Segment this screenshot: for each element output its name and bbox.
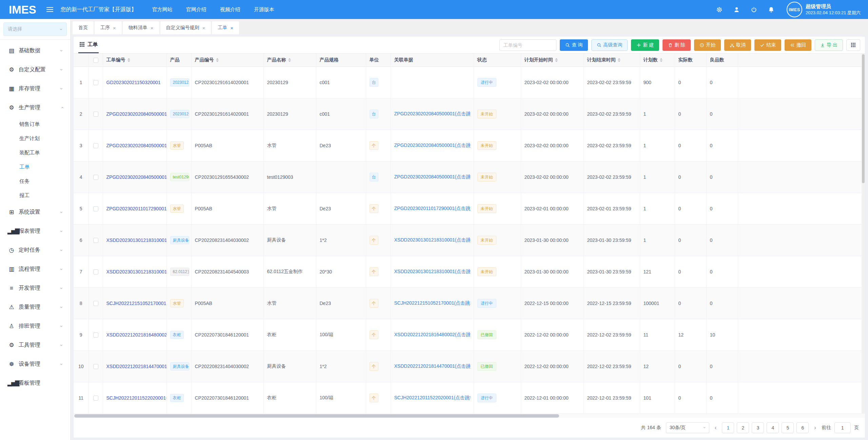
- related-doc-link[interactable]: XSDD202212021814470001(点击跳转): [394, 363, 470, 369]
- row-checkbox[interactable]: [93, 143, 98, 148]
- revoke-button[interactable]: 撤回: [785, 39, 811, 51]
- sidebar-subitem-assembly-order[interactable]: 装配工单: [0, 146, 70, 160]
- sort-carets[interactable]: [288, 58, 291, 62]
- row-checkbox[interactable]: [93, 396, 98, 401]
- page-button-4[interactable]: 4: [767, 422, 779, 433]
- column-settings-button[interactable]: [846, 39, 860, 51]
- goto-page-input[interactable]: [834, 422, 851, 433]
- delete-button[interactable]: 删 除: [663, 39, 691, 51]
- page-button-3[interactable]: 3: [752, 422, 764, 433]
- page-button-2[interactable]: 2: [737, 422, 749, 433]
- sidebar-item-production[interactable]: ⚙生产管理›: [0, 98, 70, 117]
- page-button-6[interactable]: 6: [796, 422, 809, 433]
- close-icon[interactable]: ×: [202, 25, 205, 31]
- vertical-scrollbar-thumb[interactable]: [862, 54, 865, 183]
- col-header-product_code[interactable]: 产品编号: [191, 54, 263, 66]
- related-doc-link[interactable]: SCJH202212011522020001(点击跳转): [394, 395, 470, 401]
- work-order-link[interactable]: XSDD202212021814470001-1: [106, 364, 167, 369]
- sidebar-subitem-work-order[interactable]: 工单: [0, 160, 70, 174]
- close-icon[interactable]: ×: [230, 25, 233, 31]
- page-button-5[interactable]: 5: [782, 422, 794, 433]
- page-size-select[interactable]: 30条/页 ›: [666, 422, 709, 433]
- col-header-plan_end[interactable]: 计划结束时间: [584, 54, 640, 66]
- gear-icon[interactable]: [716, 6, 723, 13]
- related-doc-link[interactable]: XSDD202301301218310001(点击跳转): [394, 237, 470, 243]
- sidebar-item-dev-mgmt[interactable]: ≡开发管理›: [0, 279, 70, 298]
- tab-process[interactable]: 工序×: [95, 21, 122, 34]
- col-header-plan_qty[interactable]: 计划数: [640, 54, 675, 66]
- sidebar-item-quality-mgmt[interactable]: ⚠质量管理›: [0, 298, 70, 317]
- nav-link[interactable]: 开源版本: [254, 6, 274, 13]
- sort-carets[interactable]: [618, 58, 620, 62]
- work-order-link[interactable]: XSDD202212021816480002-1: [106, 332, 167, 338]
- work-order-link[interactable]: SCJH202212151052170001-1: [106, 301, 167, 306]
- hamburger-icon[interactable]: [46, 9, 53, 10]
- sidebar-item-device-mgmt[interactable]: ☸设备管理›: [0, 355, 70, 374]
- sidebar-select[interactable]: 请选择 ›: [3, 22, 67, 36]
- next-page-button[interactable]: ›: [813, 425, 817, 431]
- sidebar-subitem-production-plan[interactable]: 生产计划: [0, 131, 70, 146]
- query-button[interactable]: 查 询: [560, 39, 588, 51]
- advanced-query-button[interactable]: 高级查询: [591, 39, 628, 51]
- related-doc-link[interactable]: XSDD202212021816480002(点击跳转): [394, 332, 470, 338]
- create-button[interactable]: 新 建: [631, 39, 659, 51]
- work-order-link[interactable]: ZPGD202302020840500001-1: [106, 174, 167, 180]
- work-order-link[interactable]: GD202302021150320001: [106, 80, 161, 85]
- sort-carets[interactable]: [555, 58, 558, 62]
- start-button[interactable]: 开始: [694, 39, 721, 51]
- work-order-link[interactable]: XSDD202301301218310001-1: [106, 269, 167, 274]
- page-button-1[interactable]: 1: [722, 422, 734, 433]
- col-header-order_no[interactable]: 工单编号: [103, 54, 166, 66]
- horizontal-scrollbar[interactable]: [74, 414, 865, 418]
- row-checkbox[interactable]: [93, 112, 98, 117]
- sort-carets[interactable]: [127, 58, 130, 62]
- sidebar-item-flow-mgmt[interactable]: ▥流程管理›: [0, 260, 70, 279]
- related-doc-link[interactable]: SCJH202212151052170001(点击跳转): [394, 300, 470, 306]
- sidebar-item-scheduled-tasks[interactable]: ◷定时任务›: [0, 241, 70, 260]
- related-doc-link[interactable]: ZPGD202302020840500001(点击跳转): [394, 142, 470, 149]
- row-checkbox[interactable]: [93, 175, 98, 180]
- order-no-search-input[interactable]: [499, 39, 556, 51]
- sidebar-item-inventory[interactable]: ▦库存管理›: [0, 79, 70, 98]
- work-order-link[interactable]: ZPGD202302011017290001-1: [106, 206, 167, 211]
- related-doc-link[interactable]: ZPGD202302020840500001(点击跳转): [394, 174, 470, 180]
- tab-bom[interactable]: 物料清单×: [123, 21, 159, 34]
- power-icon[interactable]: [751, 6, 757, 13]
- sort-carets[interactable]: [216, 58, 219, 62]
- row-checkbox[interactable]: [93, 80, 98, 85]
- sort-carets[interactable]: [660, 58, 663, 62]
- col-header-plan_start[interactable]: 计划开始时间: [521, 54, 584, 66]
- user-icon[interactable]: [733, 6, 740, 13]
- row-checkbox[interactable]: [93, 364, 98, 369]
- user-block[interactable]: IMES 超级管理员 2023.02.04 12:03:21 星期六: [787, 2, 861, 17]
- row-checkbox[interactable]: [93, 206, 98, 211]
- row-checkbox[interactable]: [93, 238, 98, 243]
- related-doc-link[interactable]: ZPGD202302011017290001(点击跳转): [394, 206, 470, 212]
- sidebar-item-shift-mgmt[interactable]: ♙排班管理›: [0, 317, 70, 336]
- close-icon[interactable]: ×: [151, 25, 154, 31]
- sidebar-item-system-settings[interactable]: ⊞系统设置›: [0, 203, 70, 222]
- row-checkbox[interactable]: [93, 332, 98, 338]
- tab-numbering-rules[interactable]: 自定义编号规则×: [160, 21, 211, 34]
- vertical-scrollbar[interactable]: [862, 54, 865, 414]
- tab-home[interactable]: 首页: [73, 21, 94, 34]
- sidebar-item-tool-mgmt[interactable]: ⚙工具管理›: [0, 336, 70, 355]
- select-all-checkbox[interactable]: [93, 58, 98, 63]
- sidebar-item-basic-data[interactable]: ▤基础数据›: [0, 41, 70, 60]
- bell-icon[interactable]: [768, 6, 774, 13]
- related-doc-link[interactable]: ZPGD202302020840500001(点击跳转): [394, 111, 470, 117]
- work-order-link[interactable]: XSDD202301301218310001-2: [106, 237, 167, 243]
- avatar[interactable]: IMES: [787, 2, 802, 17]
- nav-link[interactable]: 视频介绍: [220, 6, 240, 13]
- tab-work-order[interactable]: 工单×: [212, 21, 239, 34]
- work-order-link[interactable]: ZPGD202302020840500001-2: [106, 143, 167, 148]
- finish-button[interactable]: 结束: [754, 39, 781, 51]
- export-button[interactable]: 导 出: [815, 39, 843, 51]
- row-checkbox[interactable]: [93, 269, 98, 274]
- sidebar-subitem-work-report[interactable]: 报工: [0, 188, 70, 203]
- sidebar-item-report-mgmt[interactable]: ▂▅▇报表管理›: [0, 222, 70, 241]
- related-doc-link[interactable]: XSDD202301301218310001(点击跳转): [394, 269, 470, 275]
- work-order-link[interactable]: ZPGD202302020840500001-4: [106, 111, 167, 117]
- cancel-button[interactable]: 取消: [724, 39, 751, 51]
- close-icon[interactable]: ×: [113, 25, 116, 31]
